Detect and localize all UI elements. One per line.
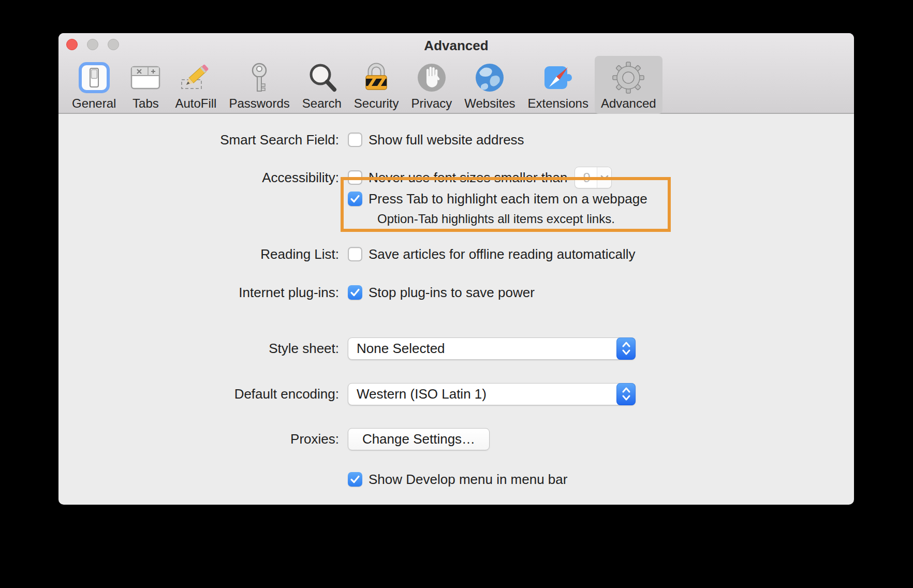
autofill-pencil-icon xyxy=(179,61,213,95)
show-full-address-checkbox[interactable] xyxy=(348,133,362,147)
style-sheet-row: Style sheet: None Selected xyxy=(58,337,854,360)
tab-websites[interactable]: Websites xyxy=(458,56,521,114)
tab-label: Advanced xyxy=(601,96,656,111)
smart-search-row: Smart Search Field: Show full website ad… xyxy=(58,128,854,151)
default-encoding-select[interactable]: Western (ISO Latin 1) xyxy=(348,383,636,405)
puzzle-icon xyxy=(541,61,575,95)
tabs-icon xyxy=(128,61,163,95)
preferences-content: Smart Search Field: Show full website ad… xyxy=(58,114,854,505)
gear-icon xyxy=(611,61,645,95)
desktop-background: Advanced General xyxy=(0,0,913,588)
checkmark-icon xyxy=(348,285,362,300)
tab-passwords[interactable]: Passwords xyxy=(223,56,296,114)
tab-label: General xyxy=(72,96,116,111)
tab-label: Privacy xyxy=(411,96,452,111)
checkbox-label: Show Develop menu in menu bar xyxy=(369,472,567,488)
never-use-font-sizes-checkbox[interactable] xyxy=(348,170,362,185)
window-title: Advanced xyxy=(58,38,854,54)
style-sheet-value: None Selected xyxy=(357,341,445,357)
accessibility-label: Accessibility: xyxy=(58,170,339,186)
tab-extensions[interactable]: Extensions xyxy=(522,56,595,114)
save-articles-checkbox[interactable] xyxy=(348,247,362,261)
tab-autofill[interactable]: AutoFill xyxy=(169,56,223,114)
checkmark-icon xyxy=(348,472,362,487)
default-encoding-row: Default encoding: Western (ISO Latin 1) xyxy=(58,383,854,405)
tab-label: Websites xyxy=(464,96,515,111)
font-size-value: 9 xyxy=(583,170,590,186)
tab-search[interactable]: Search xyxy=(296,56,348,114)
reading-list-row: Reading List: Save articles for offline … xyxy=(58,243,854,266)
show-develop-menu-checkbox[interactable] xyxy=(348,472,362,487)
press-tab-note-row: Option-Tab highlights all items except l… xyxy=(58,208,854,230)
padlock-icon xyxy=(359,61,393,95)
tab-label: Passwords xyxy=(229,96,289,111)
tab-label: AutoFill xyxy=(175,96,216,111)
globe-icon xyxy=(473,61,507,95)
press-tab-note: Option-Tab highlights all items except l… xyxy=(377,212,615,226)
checkmark-icon xyxy=(348,192,362,206)
plugins-row: Internet plug-ins: Stop plug-ins to save… xyxy=(58,281,854,304)
preferences-toolbar: General Tabs xyxy=(66,56,662,114)
style-sheet-select[interactable]: None Selected xyxy=(348,337,636,360)
smart-search-label: Smart Search Field: xyxy=(58,132,339,148)
hand-icon xyxy=(415,61,449,95)
checkbox-label: Never use font sizes smaller than xyxy=(369,170,567,186)
checkbox-label: Save articles for offline reading automa… xyxy=(369,246,635,262)
tab-label: Extensions xyxy=(528,96,588,111)
tab-general[interactable]: General xyxy=(66,56,122,114)
tab-label: Security xyxy=(354,96,399,111)
general-switch-icon xyxy=(77,61,111,95)
press-tab-row: Press Tab to highlight each item on a we… xyxy=(58,187,854,210)
develop-menu-row: Show Develop menu in menu bar xyxy=(58,468,854,491)
tab-label: Search xyxy=(302,96,342,111)
press-tab-checkbox[interactable] xyxy=(348,192,362,206)
font-size-select[interactable]: 9 xyxy=(575,167,612,188)
window-header: Advanced General xyxy=(58,33,854,114)
default-encoding-value: Western (ISO Latin 1) xyxy=(357,386,487,402)
accessibility-font-size-row: Accessibility: Never use font sizes smal… xyxy=(58,166,854,189)
tab-security[interactable]: Security xyxy=(348,56,405,114)
stop-plugins-checkbox[interactable] xyxy=(348,285,362,300)
magnifier-icon xyxy=(305,61,339,95)
key-icon xyxy=(242,61,276,95)
style-sheet-label: Style sheet: xyxy=(58,341,339,357)
tab-advanced[interactable]: Advanced xyxy=(595,56,662,114)
checkbox-label: Press Tab to highlight each item on a we… xyxy=(369,191,647,207)
chevron-down-icon xyxy=(597,167,611,188)
plugins-label: Internet plug-ins: xyxy=(58,285,339,301)
proxies-row: Proxies: Change Settings… xyxy=(58,428,854,450)
tab-label: Tabs xyxy=(132,96,159,111)
tab-tabs[interactable]: Tabs xyxy=(122,56,169,114)
change-settings-button[interactable]: Change Settings… xyxy=(348,428,490,450)
proxies-label: Proxies: xyxy=(58,431,339,447)
checkbox-label: Show full website address xyxy=(369,132,524,148)
reading-list-label: Reading List: xyxy=(58,246,339,262)
tab-privacy[interactable]: Privacy xyxy=(405,56,459,114)
safari-preferences-window: Advanced General xyxy=(58,33,854,505)
checkbox-label: Stop plug-ins to save power xyxy=(369,285,535,301)
chevron-up-down-icon xyxy=(616,337,636,360)
default-encoding-label: Default encoding: xyxy=(58,386,339,402)
chevron-up-down-icon xyxy=(616,383,636,405)
